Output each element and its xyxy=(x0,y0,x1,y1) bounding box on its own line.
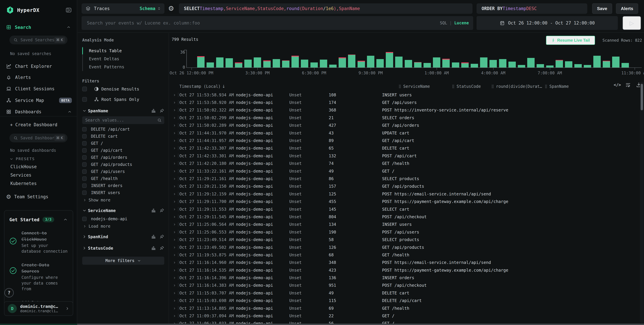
create-dashboard-link[interactable]: + Create Dashboard xyxy=(10,122,58,127)
sidebar-item-chart-explorer[interactable]: Chart Explorer xyxy=(6,62,72,71)
row-expand-icon[interactable]: › xyxy=(173,214,176,219)
table-row[interactable]: ›Oct 27 11:42:33.307 AMnodejs-demo-apiUn… xyxy=(169,144,639,152)
saved-searches-search[interactable]: ⌘ K xyxy=(10,36,68,44)
histogram-bar[interactable] xyxy=(292,56,299,68)
filter-load-more[interactable]: Load more xyxy=(82,222,164,230)
saved-searches-input[interactable] xyxy=(20,38,54,42)
vertical-scrollbar[interactable] xyxy=(640,82,644,323)
column-header-servicename[interactable]: ServiceName xyxy=(398,84,430,89)
table-row[interactable]: ›Oct 27 11:16:14.535 AMnodejs-demo-apiUn… xyxy=(169,266,639,274)
group-chart-icon[interactable] xyxy=(151,208,156,213)
row-expand-icon[interactable]: › xyxy=(173,138,176,143)
row-expand-icon[interactable]: › xyxy=(173,184,176,189)
drag-handle-icon[interactable] xyxy=(452,84,454,89)
row-expand-icon[interactable]: › xyxy=(173,222,176,227)
histogram-bar[interactable] xyxy=(197,56,204,68)
drag-handle-icon[interactable] xyxy=(491,84,494,89)
histogram-bar[interactable] xyxy=(206,63,214,68)
table-row[interactable]: ›Oct 27 11:50:02.289 AMnodejs-demo-apiUn… xyxy=(169,122,639,129)
row-expand-icon[interactable]: › xyxy=(173,306,176,311)
sidebar-item-team-settings[interactable]: ⚙ Team Settings xyxy=(6,192,72,201)
drag-handle-icon[interactable] xyxy=(398,84,401,89)
alerts-button[interactable]: Alerts xyxy=(616,3,638,14)
more-filters-button[interactable]: More filters xyxy=(82,257,164,265)
filter-value-option[interactable]: GET /health xyxy=(82,175,164,182)
table-row[interactable]: ›Oct 27 11:42:20.180 AMnodejs-demo-apiUn… xyxy=(169,160,639,167)
table-row[interactable]: ›Oct 27 11:53:58.934 AMnodejs-demo-apiUn… xyxy=(169,91,639,99)
histogram-bar[interactable] xyxy=(461,63,469,68)
table-row[interactable]: ›Oct 27 11:29:12.159 AMnodejs-demo-apiUn… xyxy=(169,190,639,198)
row-expand-icon[interactable]: › xyxy=(173,229,176,234)
table-row[interactable]: ›Oct 27 11:50:02.322 AMnodejs-demo-apiUn… xyxy=(169,106,639,114)
run-query-button[interactable]: ▷ xyxy=(622,16,641,30)
filter-values-search[interactable] xyxy=(82,116,164,124)
checkbox[interactable] xyxy=(82,134,86,139)
group-chart-icon[interactable] xyxy=(151,234,156,239)
table-row[interactable]: ›Oct 27 11:25:06.564 AMnodejs-demo-apiUn… xyxy=(169,221,639,228)
group-pin-icon[interactable] xyxy=(160,108,164,113)
table-row[interactable]: ›Oct 27 11:23:49.514 AMnodejs-demo-apiUn… xyxy=(169,236,639,243)
table-row[interactable]: ›Oct 27 11:29:11.545 AMnodejs-demo-apiUn… xyxy=(169,213,639,220)
row-expand-icon[interactable]: › xyxy=(173,260,176,265)
row-expand-icon[interactable]: › xyxy=(173,92,176,97)
checkbox[interactable] xyxy=(82,87,87,91)
histogram-bar[interactable] xyxy=(433,57,440,68)
saved-dashboards-input[interactable] xyxy=(20,136,54,140)
filter-group-statuscode[interactable]: StatusCode xyxy=(82,243,164,253)
filter-show-more[interactable]: Show more xyxy=(82,196,164,204)
row-expand-icon[interactable]: › xyxy=(173,237,176,242)
table-row[interactable]: ›Oct 27 11:16:14.383 AMnodejs-demo-apiUn… xyxy=(169,281,639,289)
table-row[interactable]: ›Oct 27 11:29:21.150 AMnodejs-demo-apiUn… xyxy=(169,182,639,190)
row-expand-icon[interactable]: › xyxy=(173,298,176,303)
histogram-bar[interactable] xyxy=(338,57,346,68)
mode-lucene-toggle[interactable]: Lucene xyxy=(454,21,469,25)
histogram-bar[interactable] xyxy=(301,60,308,68)
histogram-bar[interactable] xyxy=(254,57,261,68)
histogram-bar[interactable] xyxy=(263,61,271,68)
row-expand-icon[interactable]: › xyxy=(173,130,176,135)
checkbox[interactable] xyxy=(82,183,86,188)
checkbox[interactable] xyxy=(82,169,86,174)
checkbox[interactable] xyxy=(82,127,86,131)
row-expand-icon[interactable]: › xyxy=(173,207,176,212)
filter-value-option[interactable]: GET / xyxy=(82,140,164,147)
scrollbar-thumb[interactable] xyxy=(641,84,643,110)
column-header-spanname[interactable]: SpanName xyxy=(545,84,569,89)
checkbox[interactable] xyxy=(82,162,86,167)
row-expand-icon[interactable]: › xyxy=(173,283,176,288)
get-started-step[interactable]: Create Data Sources Configure where your… xyxy=(10,262,68,292)
source-settings-gear-icon[interactable]: ⚙ xyxy=(168,5,174,12)
histogram-bar[interactable] xyxy=(622,63,629,68)
histogram-bar[interactable] xyxy=(574,64,582,68)
histogram-bar[interactable] xyxy=(273,59,280,68)
sql-select-editor[interactable]: SELECT Timestamp,ServiceName,StatusCode,… xyxy=(179,3,472,14)
row-expand-icon[interactable]: › xyxy=(173,313,176,318)
histogram-bar[interactable] xyxy=(556,60,563,68)
histogram-bar[interactable] xyxy=(376,59,384,68)
mode-sql-toggle[interactable]: SQL xyxy=(440,21,447,25)
histogram-bar[interactable] xyxy=(518,65,525,68)
histogram-bar[interactable] xyxy=(282,61,290,68)
filter-value-option[interactable]: DELETE cart xyxy=(82,133,164,140)
table-row[interactable]: ›Oct 27 11:44:31.970 AMnodejs-demo-apiUn… xyxy=(169,129,639,137)
event-search-input[interactable] xyxy=(87,21,440,26)
horizontal-scrollbar[interactable] xyxy=(77,324,644,325)
row-expand-icon[interactable]: › xyxy=(173,153,176,158)
filter-value-option[interactable]: GET /api/products xyxy=(82,161,164,168)
histogram-bar[interactable] xyxy=(405,60,412,68)
histogram-bar[interactable] xyxy=(612,57,620,68)
row-expand-icon[interactable]: › xyxy=(173,161,176,166)
histogram-bar[interactable] xyxy=(508,62,516,68)
filter-toggle-sitemap[interactable]: Root Spans Only xyxy=(82,95,164,104)
row-expand-icon[interactable]: › xyxy=(173,107,176,113)
saved-dashboards-search[interactable]: ⌘ K xyxy=(10,134,68,142)
save-button[interactable]: Save xyxy=(592,3,612,14)
histogram-bar[interactable] xyxy=(536,64,544,68)
table-row[interactable]: ›Oct 27 11:19:53.875 AMnodejs-demo-apiUn… xyxy=(169,251,639,258)
histogram-bar[interactable] xyxy=(499,59,506,68)
histogram-bar[interactable] xyxy=(471,64,478,68)
row-expand-icon[interactable]: › xyxy=(173,146,176,151)
row-expand-icon[interactable]: › xyxy=(173,268,176,273)
checkbox[interactable] xyxy=(82,191,86,195)
preset-services[interactable]: Services xyxy=(10,173,32,178)
